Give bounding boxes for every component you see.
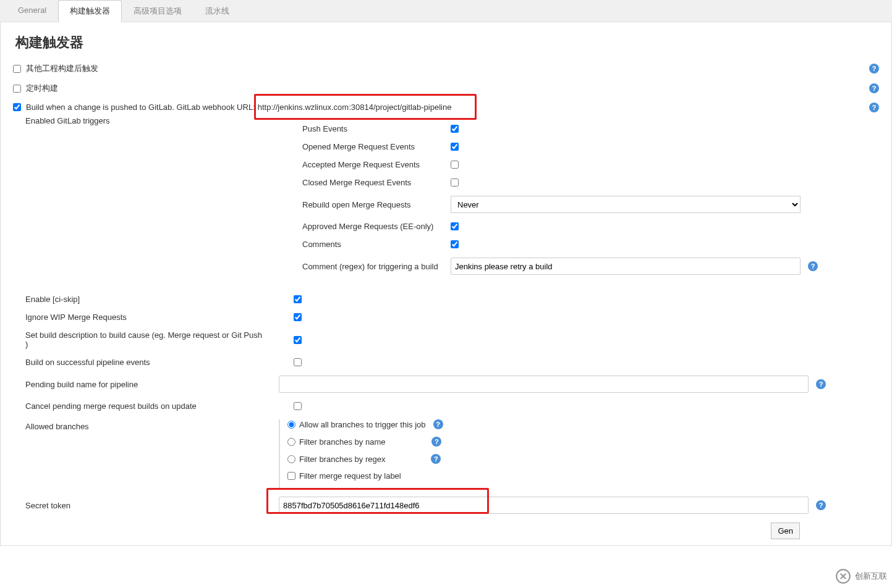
opened-mr-label: Opened Merge Request Events — [302, 142, 446, 151]
help-icon[interactable]: ? — [869, 83, 879, 93]
comments-checkbox[interactable] — [451, 240, 459, 248]
enable-ci-skip-checkbox[interactable] — [294, 295, 302, 303]
accepted-mr-checkbox[interactable] — [451, 161, 459, 169]
secret-token-label: Secret token — [13, 501, 265, 510]
tabs-bar: General 构建触发器 高级项目选项 流水线 — [0, 0, 892, 22]
accepted-mr-label: Accepted Merge Request Events — [302, 160, 446, 169]
gitlab-push-checkbox[interactable] — [13, 103, 21, 111]
comment-regex-label: Comment (regex) for triggering a build — [302, 262, 446, 271]
build-on-success-checkbox[interactable] — [294, 358, 302, 366]
push-events-label: Push Events — [302, 124, 446, 133]
comment-regex-input[interactable] — [451, 258, 801, 275]
by-name-label: Filter branches by name — [299, 437, 385, 447]
closed-mr-checkbox[interactable] — [451, 178, 459, 187]
set-build-desc-label: Set build description to build cause (eg… — [13, 330, 265, 349]
comments-label: Comments — [302, 240, 446, 249]
help-icon[interactable]: ? — [808, 261, 818, 271]
gitlab-webhook-url: http://jenkins.wzlinux.com:30814/project… — [258, 103, 452, 112]
closed-mr-label: Closed Merge Request Events — [302, 178, 446, 187]
help-icon[interactable]: ? — [431, 437, 441, 447]
opened-mr-checkbox[interactable] — [451, 143, 459, 151]
pending-build-name-input[interactable] — [279, 376, 809, 393]
section-title: 构建触发器 — [15, 33, 879, 52]
help-icon[interactable]: ? — [431, 454, 441, 464]
secret-token-input[interactable] — [279, 497, 809, 514]
ignore-wip-label: Ignore WIP Merge Requests — [13, 313, 265, 322]
approved-mr-checkbox[interactable] — [451, 222, 459, 230]
cron-label: 定时构建 — [26, 83, 58, 94]
help-icon[interactable]: ? — [433, 419, 443, 429]
generate-button[interactable]: Gen — [771, 523, 800, 539]
help-icon[interactable]: ? — [816, 379, 826, 389]
rebuild-open-mr-label: Rebuild open Merge Requests — [302, 200, 446, 209]
by-label-label: Filter merge request by label — [299, 471, 401, 481]
pending-build-name-label: Pending build name for pipeline — [13, 380, 265, 389]
tab-general[interactable]: General — [6, 0, 58, 22]
allow-all-label: Allow all branches to trigger this job — [299, 420, 426, 429]
tab-advanced-options[interactable]: 高级项目选项 — [122, 0, 193, 22]
by-regex-label: Filter branches by regex — [299, 455, 385, 464]
approved-mr-label: Approved Merge Requests (EE-only) — [302, 222, 446, 231]
rebuild-open-mr-select[interactable]: Never — [451, 196, 801, 213]
tab-pipeline[interactable]: 流水线 — [193, 0, 241, 22]
other-build-checkbox[interactable] — [13, 65, 21, 73]
help-icon[interactable]: ? — [816, 500, 826, 510]
cancel-pending-checkbox[interactable] — [294, 402, 302, 410]
by-name-radio[interactable] — [287, 438, 295, 446]
help-icon[interactable]: ? — [869, 103, 879, 112]
set-build-desc-checkbox[interactable] — [294, 336, 302, 344]
by-label-checkbox[interactable] — [287, 472, 295, 480]
help-icon[interactable]: ? — [869, 64, 879, 74]
ignore-wip-checkbox[interactable] — [294, 313, 302, 321]
tab-build-triggers[interactable]: 构建触发器 — [58, 0, 122, 22]
allowed-branches-label: Allowed branches — [13, 419, 265, 431]
cancel-pending-label: Cancel pending merge request builds on u… — [13, 401, 265, 411]
allow-all-radio[interactable] — [287, 421, 295, 429]
build-on-success-label: Build on successful pipeline events — [13, 358, 265, 367]
cron-checkbox[interactable] — [13, 85, 21, 93]
enable-ci-skip-label: Enable [ci-skip] — [13, 295, 265, 304]
build-triggers-section: 构建触发器 其他工程构建后触发 ? 定时构建 ? Build when a ch… — [1, 22, 891, 545]
gitlab-push-label: Build when a change is pushed to GitLab.… — [26, 103, 255, 112]
by-regex-radio[interactable] — [287, 455, 295, 463]
push-events-checkbox[interactable] — [451, 125, 459, 133]
other-build-label: 其他工程构建后触发 — [26, 63, 98, 74]
